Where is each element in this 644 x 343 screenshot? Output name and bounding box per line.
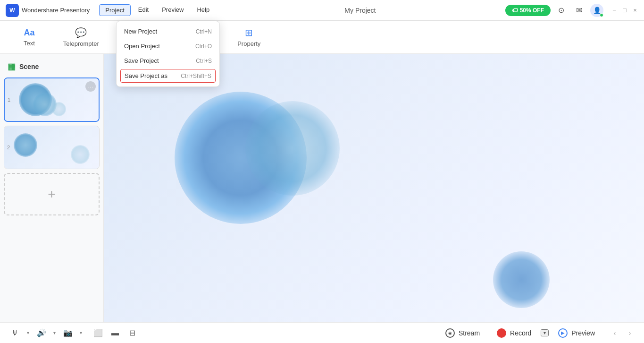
preview-button[interactable]: ▶ Preview [551, 326, 602, 341]
record-button[interactable]: Record [489, 326, 539, 341]
camera-tool: 📷 ▾ [60, 326, 85, 341]
add-scene-plus-icon: + [48, 187, 55, 202]
open-project-shortcut: Ctrl+O [195, 43, 212, 50]
save-project-label: Save Project [124, 57, 159, 64]
preview-label: Preview [571, 329, 595, 337]
stream-icon: ◉ [445, 328, 455, 338]
text-icon: Aa [24, 28, 34, 38]
camera-dropdown-button[interactable]: ▾ [76, 326, 85, 341]
scene-number-2: 2 [7, 145, 10, 150]
scene-item-1[interactable]: ··· 1 [4, 77, 100, 122]
screen-layout-1-button[interactable]: ⬜ [91, 326, 106, 341]
sidebar: ▦ Scene ··· 1 2 + [0, 54, 104, 322]
menu-open-project[interactable]: Open Project Ctrl+O [117, 39, 219, 53]
menu-edit[interactable]: Edit [133, 4, 154, 16]
tab-text[interactable]: Aa Text [9, 24, 49, 51]
scene-number-1: 1 [8, 97, 10, 103]
menu-preview[interactable]: Preview [156, 4, 189, 16]
scene1-blob3 [52, 102, 66, 116]
menu-bar: Project Edit Preview Help [99, 4, 215, 16]
scene2-blob2 [71, 145, 90, 164]
scene2-blob1 [14, 133, 37, 157]
window-title: My Project [215, 7, 505, 14]
close-button[interactable]: × [632, 7, 638, 14]
add-scene-button[interactable]: + [4, 173, 100, 215]
sidebar-title: Scene [19, 63, 39, 70]
preview-icon: ▶ [558, 328, 568, 338]
mic-button[interactable]: 🎙 [8, 326, 23, 341]
menu-help[interactable]: Help [191, 4, 215, 16]
tab-text-label: Text [24, 40, 35, 47]
record-dropdown-button[interactable]: ▾ [541, 329, 549, 336]
property-icon: ⊞ [245, 27, 253, 38]
mic-tool: 🎙 ▾ [8, 326, 32, 341]
online-status-dot [600, 13, 603, 17]
record-icon [497, 328, 506, 338]
tab-teleprompter-label: Teleprompter [63, 40, 99, 47]
save-project-as-label: Save Project as [125, 72, 167, 79]
help-circle-icon[interactable]: ⊙ [554, 4, 568, 17]
new-project-shortcut: Ctrl+N [196, 28, 212, 35]
screen-layout-1-icon: ⬜ [93, 328, 103, 337]
scene-thumb-1 [5, 78, 99, 121]
app-title-text: Wondershare Presentory [22, 7, 90, 14]
scene-header-icon: ▦ [8, 61, 16, 72]
nav-prev-button[interactable]: ‹ [608, 326, 621, 340]
canvas-area[interactable] [104, 54, 644, 322]
sidebar-header: ▦ Scene [4, 58, 100, 77]
save-project-shortcut: Ctrl+S [196, 58, 212, 64]
nav-next-button[interactable]: › [623, 326, 636, 340]
speaker-icon: 🔊 [37, 328, 46, 337]
menu-new-project[interactable]: New Project Ctrl+N [117, 24, 219, 39]
screen-layout-3-button[interactable]: ⊟ [125, 326, 140, 341]
speaker-tool: 🔊 ▾ [34, 326, 59, 341]
main-layout: ▦ Scene ··· 1 2 + [0, 54, 644, 322]
tab-property[interactable]: ⊞ Property [223, 23, 275, 51]
promo-button[interactable]: 🏷 50% OFF [505, 5, 551, 16]
menu-save-project[interactable]: Save Project Ctrl+S [117, 53, 219, 68]
avatar[interactable]: 👤 [590, 4, 603, 17]
speaker-dropdown-button[interactable]: ▾ [50, 326, 59, 341]
camera-button[interactable]: 📷 [60, 326, 75, 341]
minimize-button[interactable]: − [611, 7, 618, 14]
stream-label: Stream [459, 329, 480, 337]
titlebar: W Wondershare Presentory Project Edit Pr… [0, 0, 644, 21]
canvas-blob-3 [493, 251, 550, 308]
window-controls: − □ × [611, 7, 638, 14]
stream-button[interactable]: ◉ Stream [438, 326, 487, 341]
mic-icon: 🎙 [11, 329, 19, 337]
tab-property-label: Property [237, 40, 260, 47]
menu-save-project-as[interactable]: Save Project as Ctrl+Shift+S [120, 69, 216, 83]
project-dropdown-menu: New Project Ctrl+N Open Project Ctrl+O S… [116, 21, 220, 87]
scene-item-2[interactable]: 2 [4, 126, 100, 169]
titlebar-icons: ⊙ ✉ 👤 [554, 4, 603, 17]
teleprompter-icon: 💬 [75, 27, 87, 38]
app-logo-icon: W [6, 4, 19, 17]
screen-layout-2-icon: ▬ [111, 329, 119, 337]
speaker-button[interactable]: 🔊 [34, 326, 49, 341]
promo-tag-icon: 🏷 [512, 7, 518, 14]
maximize-button[interactable]: □ [621, 7, 628, 14]
scene-more-button-1[interactable]: ··· [85, 81, 96, 92]
new-project-label: New Project [124, 28, 157, 35]
record-label: Record [510, 329, 531, 337]
menu-project[interactable]: Project [99, 4, 130, 16]
screen-layout-2-button[interactable]: ▬ [108, 326, 123, 341]
bottom-bar: 🎙 ▾ 🔊 ▾ 📷 ▾ ⬜ ▬ ⊟ ◉ Stream Record ▾ ▶ [0, 322, 644, 343]
save-project-as-shortcut: Ctrl+Shift+S [181, 73, 211, 79]
scene-thumb-2 [4, 126, 99, 169]
message-icon[interactable]: ✉ [572, 4, 585, 17]
canvas-blob-2 [245, 101, 340, 196]
promo-text: 50% OFF [520, 7, 544, 14]
toolbar: Aa Text 💬 Teleprompter ❋ Resource ✦ Anim… [0, 21, 644, 54]
tab-teleprompter[interactable]: 💬 Teleprompter [49, 23, 113, 51]
camera-icon: 📷 [63, 328, 73, 337]
app-logo: W Wondershare Presentory [6, 4, 90, 17]
mic-dropdown-button[interactable]: ▾ [24, 326, 32, 341]
screen-layout-3-icon: ⊟ [129, 328, 135, 337]
titlebar-right: 🏷 50% OFF ⊙ ✉ 👤 − □ × [505, 4, 638, 17]
open-project-label: Open Project [124, 43, 160, 50]
nav-arrows: ‹ › [608, 326, 636, 340]
